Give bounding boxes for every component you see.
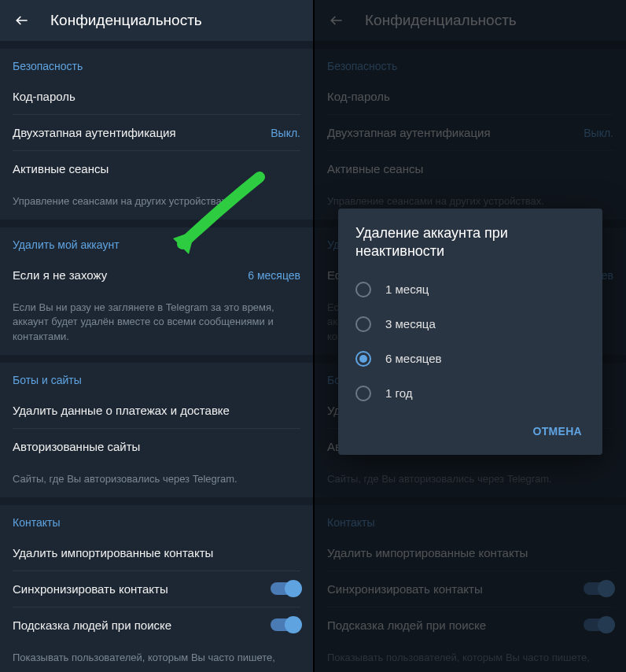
section-security-header: Безопасность xyxy=(0,49,313,79)
sync-switch[interactable] xyxy=(271,582,300,595)
row-two-step[interactable]: Двухэтапная аутентификация Выкл. xyxy=(0,115,313,150)
screen-right: Конфиденциальность Безопасность Код-паро… xyxy=(313,0,626,672)
section-bots-header: Боты и сайты xyxy=(0,363,313,393)
delete-imported-label: Удалить импортированные контакты xyxy=(13,546,213,559)
option-label: 1 месяц xyxy=(385,282,429,296)
modal-overlay[interactable]: Удаление аккаунта при неактивности 1 мес… xyxy=(315,0,626,672)
two-step-value: Выкл. xyxy=(271,127,300,139)
suggest-label: Подсказка людей при поиске xyxy=(13,618,171,632)
option-label: 6 месяцев xyxy=(385,352,442,365)
delete-inactivity-dialog: Удаление аккаунта при неактивности 1 мес… xyxy=(338,209,602,455)
option-1-month[interactable]: 1 месяц xyxy=(338,272,602,307)
option-1-year[interactable]: 1 год xyxy=(338,376,602,411)
row-suggest[interactable]: Подсказка людей при поиске xyxy=(0,607,313,643)
option-label: 1 год xyxy=(385,386,412,400)
sessions-label: Активные сеансы xyxy=(13,162,109,175)
section-contacts-header: Контакты xyxy=(0,505,313,535)
sync-label: Синхронизировать контакты xyxy=(13,582,168,596)
screen-left: Конфиденциальность Безопасность Код-паро… xyxy=(0,0,313,672)
passcode-label: Код-пароль xyxy=(13,90,75,103)
back-icon[interactable] xyxy=(13,11,31,30)
option-label: 3 месяца xyxy=(385,317,436,330)
header: Конфиденциальность xyxy=(0,0,313,41)
row-sync-contacts[interactable]: Синхронизировать контакты xyxy=(0,571,313,607)
delete-payment-label: Удалить данные о платежах и доставке xyxy=(13,404,230,417)
row-if-away[interactable]: Если я не захожу 6 месяцев xyxy=(0,257,313,293)
if-away-label: Если я не захожу xyxy=(13,268,107,282)
dialog-title: Удаление аккаунта при неактивности xyxy=(338,223,602,272)
row-delete-payment[interactable]: Удалить данные о платежах и доставке xyxy=(0,393,313,428)
radio-icon xyxy=(355,316,371,332)
dialog-actions: ОТМЕНА xyxy=(338,411,602,449)
option-3-months[interactable]: 3 месяца xyxy=(338,307,602,342)
radio-icon xyxy=(355,386,371,401)
row-passcode[interactable]: Код-пароль xyxy=(0,79,313,114)
security-footer: Управление сеансами на других устройства… xyxy=(0,186,313,220)
cancel-button[interactable]: ОТМЕНА xyxy=(525,419,590,444)
page-title: Конфиденциальность xyxy=(50,12,202,29)
section-delete-header: Удалить мой аккаунт xyxy=(0,227,313,257)
radio-icon xyxy=(355,282,371,297)
contacts-footer: Показывать пользователей, которым Вы час… xyxy=(0,643,313,672)
radio-icon-selected xyxy=(355,351,371,367)
row-sessions[interactable]: Активные сеансы xyxy=(0,151,313,186)
if-away-value: 6 месяцев xyxy=(248,269,300,282)
row-delete-imported[interactable]: Удалить импортированные контакты xyxy=(0,535,313,570)
bots-footer: Сайты, где Вы авторизовались через Teleg… xyxy=(0,464,313,497)
option-6-months[interactable]: 6 месяцев xyxy=(338,342,602,376)
row-authorized-sites[interactable]: Авторизованные сайты xyxy=(0,429,313,464)
two-step-label: Двухэтапная аутентификация xyxy=(13,126,176,139)
content: Безопасность Код-пароль Двухэтапная ауте… xyxy=(0,41,313,672)
suggest-switch[interactable] xyxy=(271,618,300,631)
authorized-sites-label: Авторизованные сайты xyxy=(13,440,140,453)
delete-footer: Если Вы ни разу не заглянете в Telegram … xyxy=(0,293,313,355)
